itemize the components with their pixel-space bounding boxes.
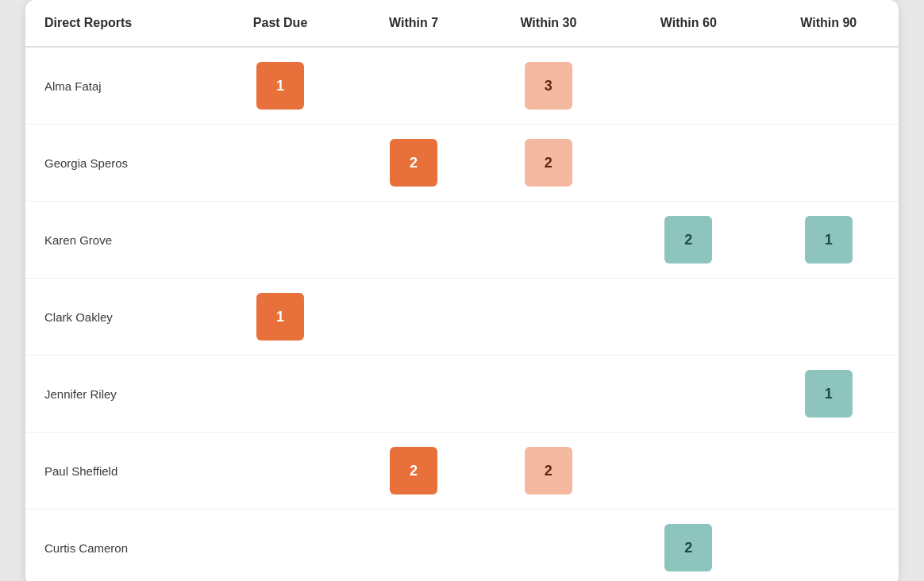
cell-within7: [348, 279, 478, 356]
cell-within7: 2: [348, 433, 478, 510]
cell-within7: [348, 510, 478, 582]
badge-within30: 2: [525, 447, 572, 494]
badge-within90: 1: [805, 216, 853, 264]
cell-name: Clark Oakley: [25, 279, 212, 356]
cell-within30: [479, 279, 618, 356]
cell-within30: [479, 510, 618, 582]
cell-past-due: [212, 125, 349, 202]
cell-name: Karen Grove: [25, 202, 212, 279]
cell-within60: 2: [618, 510, 758, 582]
cell-within90: [759, 125, 899, 202]
col-header-name: Direct Reports: [25, 0, 212, 47]
cell-within60: [618, 356, 758, 433]
cell-name: Paul Sheffield: [25, 433, 212, 510]
cell-within90: [759, 279, 899, 356]
badge-within60: 2: [664, 524, 712, 571]
cell-within90: 1: [759, 202, 899, 279]
cell-past-due: [212, 202, 349, 279]
cell-within7: 2: [348, 125, 478, 202]
cell-past-due: [212, 433, 349, 510]
cell-within60: [618, 279, 758, 356]
table-row: Georgia Speros22: [25, 125, 899, 202]
table-row: Jennifer Riley1: [25, 356, 899, 433]
cell-past-due: [212, 356, 349, 433]
badge-within90: 1: [805, 370, 853, 417]
badge-within30: 2: [525, 139, 572, 187]
table-header-row: Direct Reports Past Due Within 7 Within …: [25, 0, 899, 47]
cell-within30: 3: [479, 47, 618, 125]
cell-within90: [759, 47, 899, 125]
badge-past-due: 1: [256, 293, 304, 341]
table-row: Clark Oakley1: [25, 279, 899, 356]
badge-past-due: 1: [256, 62, 304, 110]
col-header-within60: Within 60: [618, 0, 758, 47]
col-header-within30: Within 30: [479, 0, 618, 47]
cell-within7: [348, 202, 478, 279]
cell-within60: 2: [618, 202, 758, 279]
cell-name: Georgia Speros: [25, 125, 212, 202]
cell-within90: [759, 510, 899, 582]
cell-within30: 2: [479, 125, 618, 202]
col-header-within90: Within 90: [759, 0, 899, 47]
badge-within30: 3: [525, 62, 572, 110]
col-header-within7: Within 7: [348, 0, 478, 47]
cell-name: Alma Fataj: [25, 47, 212, 125]
cell-past-due: [212, 510, 349, 582]
col-header-past-due: Past Due: [212, 0, 349, 47]
report-card: Direct Reports Past Due Within 7 Within …: [25, 0, 899, 581]
cell-within30: [479, 202, 618, 279]
table-row: Curtis Cameron2: [25, 510, 899, 582]
cell-within90: 1: [759, 356, 899, 433]
badge-within7: 2: [390, 139, 437, 187]
cell-past-due: 1: [212, 47, 349, 125]
table-row: Karen Grove21: [25, 202, 899, 279]
cell-name: Jennifer Riley: [25, 356, 212, 433]
cell-within60: [618, 125, 758, 202]
cell-past-due: 1: [212, 279, 349, 356]
cell-within7: [348, 47, 478, 125]
cell-within60: [618, 47, 758, 125]
cell-name: Curtis Cameron: [25, 510, 212, 582]
cell-within60: [618, 433, 758, 510]
badge-within60: 2: [664, 216, 712, 264]
table-row: Alma Fataj13: [25, 47, 899, 125]
cell-within30: 2: [479, 433, 618, 510]
table-row: Paul Sheffield22: [25, 433, 899, 510]
cell-within30: [479, 356, 618, 433]
cell-within7: [348, 356, 478, 433]
badge-within7: 2: [390, 447, 437, 494]
cell-within90: [759, 433, 899, 510]
direct-reports-table: Direct Reports Past Due Within 7 Within …: [25, 0, 899, 581]
